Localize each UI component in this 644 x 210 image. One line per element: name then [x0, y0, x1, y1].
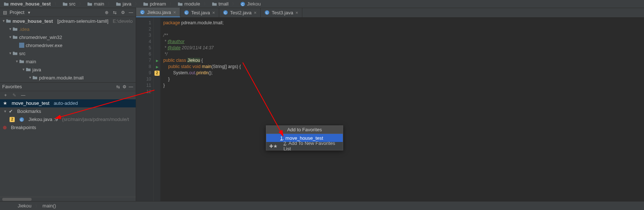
favorites-item[interactable]: Breakpoints — [0, 124, 136, 132]
h-scrollbar[interactable] — [0, 197, 136, 201]
gear-icon[interactable]: ⚙ — [120, 10, 125, 15]
edit-icon[interactable]: ✎ — [12, 93, 17, 98]
crumb-tmall[interactable]: tmall — [210, 0, 238, 8]
collapse-icon[interactable]: ⇆ — [115, 84, 121, 89]
svg-text:C: C — [242, 2, 244, 6]
editor-tabs: CJiekou.java×CTest.java×CTest2.java×CTes… — [136, 8, 644, 18]
editor-tab[interactable]: CTest2.java× — [219, 8, 261, 17]
tree-node[interactable]: ▼main — [0, 57, 136, 65]
close-icon[interactable]: × — [212, 10, 215, 15]
gutter[interactable]: 123456789101112 — [136, 18, 154, 201]
crumb-label: move_house_test — [10, 1, 51, 7]
close-icon[interactable]: × — [254, 10, 257, 15]
editor-tab[interactable]: CTest.java× — [180, 8, 219, 17]
project-header: ▤Project▾ ⊕ ⇆ ⚙ — — [0, 8, 136, 17]
add-icon[interactable]: + — [3, 93, 8, 98]
project-icon: ▤ — [2, 10, 7, 15]
close-icon[interactable]: × — [173, 10, 176, 15]
svg-text:C: C — [185, 11, 187, 15]
tree-root[interactable]: ▼ move_house_test [pdream-selenuim-tamll… — [0, 17, 136, 25]
svg-rect-2 — [19, 43, 24, 48]
gutter-marks[interactable]: ▶▶2 — [154, 18, 160, 201]
svg-text:C: C — [266, 11, 268, 15]
favorites-header: Favorites ⇆ ⚙ — — [0, 82, 136, 91]
tree-node[interactable]: ▼src — [0, 49, 136, 57]
project-title: Project — [10, 10, 24, 15]
favorites-popup: Add to Favorites 1. move_house_test✚★ 2.… — [266, 125, 343, 150]
editor-breadcrumb[interactable]: Jiekou main() — [0, 201, 644, 210]
breadcrumb-bar: move_house_test src main java pdream mod… — [0, 0, 644, 8]
favorites-item[interactable]: 2 C Jiekou.java:9 (src/main/java/pdream/… — [0, 115, 136, 124]
ed-crumb-method[interactable]: main() — [43, 203, 60, 209]
crumb-java[interactable]: java — [114, 0, 141, 8]
editor-tab[interactable]: CJiekou.java× — [136, 8, 180, 17]
ed-crumb-class[interactable]: Jiekou — [18, 203, 39, 209]
tree-node[interactable]: chromedriver.exe — [0, 41, 136, 49]
collapse-icon[interactable]: ⇆ — [112, 10, 117, 15]
svg-text:C: C — [141, 11, 143, 14]
editor-tab[interactable]: CTest3.java× — [261, 8, 302, 17]
gear-icon[interactable]: ⚙ — [122, 84, 127, 89]
tree-node[interactable]: ▼java — [0, 65, 136, 74]
code-area[interactable]: package pdream.module.tmall; /** * @auth… — [160, 18, 644, 201]
crumb-root[interactable]: move_house_test — [1, 0, 60, 8]
crumb-class[interactable]: CJiekou — [238, 0, 267, 8]
favorites-title: Favorites — [2, 84, 22, 89]
remove-icon[interactable]: — — [21, 93, 26, 98]
editor[interactable]: 123456789101112 ▶▶2 package pdream.modul… — [136, 18, 644, 201]
hide-icon[interactable]: — — [128, 84, 134, 89]
project-tree[interactable]: ▼ move_house_test [pdream-selenuim-tamll… — [0, 17, 136, 82]
tree-node[interactable]: ▼pdream.module.tmall — [0, 74, 136, 82]
svg-text:C: C — [224, 11, 226, 15]
crumb-module[interactable]: module — [175, 0, 210, 8]
chevron-down-icon[interactable]: ▾ — [26, 10, 32, 15]
favorites-item[interactable]: ▼✔ Bookmarks — [0, 107, 136, 115]
favorites-tree[interactable]: ★ move_house_test auto-added▼✔ Bookmarks… — [0, 99, 136, 132]
tree-node[interactable]: ▼chromedriver_win32 — [0, 33, 136, 41]
close-icon[interactable]: × — [295, 10, 298, 15]
favorites-toolbar: + ✎ — — [0, 91, 136, 99]
favorites-item[interactable]: ★ move_house_test auto-added — [0, 99, 136, 107]
popup-title: Add to Favorites — [266, 126, 343, 134]
crumb-main[interactable]: main — [85, 0, 114, 8]
locate-icon[interactable]: ⊕ — [104, 10, 109, 15]
crumb-src[interactable]: src — [60, 0, 85, 8]
crumb-pdream[interactable]: pdream — [141, 0, 175, 8]
hide-icon[interactable]: — — [128, 10, 134, 15]
tree-node[interactable]: ▼.idea — [0, 25, 136, 33]
svg-text:C: C — [20, 118, 22, 121]
popup-item[interactable]: ✚★ 2. Add To New Favorites List — [266, 142, 343, 150]
